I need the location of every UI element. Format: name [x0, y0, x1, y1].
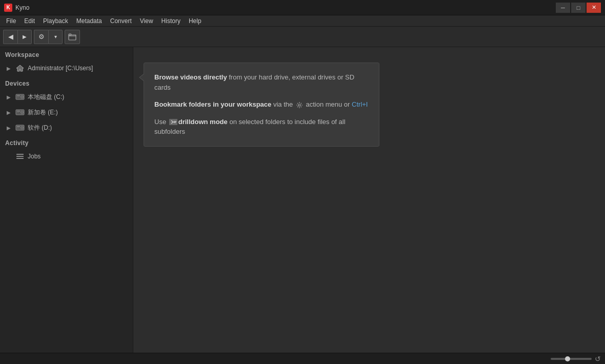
settings-button[interactable]: ⚙	[34, 30, 48, 44]
svg-rect-22	[174, 121, 176, 122]
svg-rect-16	[17, 128, 19, 128]
sidebar-item-drive-e[interactable]: ▶ 新加卷 (E:)	[0, 105, 133, 120]
tree-arrow-c: ▶	[5, 93, 12, 100]
zoom-slider[interactable]	[551, 358, 592, 360]
menu-item-edit[interactable]: Edit	[20, 15, 39, 27]
disk-d-icon	[15, 123, 25, 132]
drive-d-label: 软件 (D:)	[28, 124, 52, 132]
maximize-button[interactable]: □	[571, 3, 586, 13]
titlebar: K Kyno ─ □ ✕	[0, 0, 605, 15]
hint-3-start: Use	[154, 118, 168, 126]
app-title: Kyno	[15, 4, 29, 11]
hint-line-3: Use drilldown mode on selected folders t…	[154, 117, 369, 137]
hint-panel: Browse videos directly from your hard dr…	[144, 63, 379, 147]
ctrl-i-link[interactable]: Ctrl+I	[352, 100, 368, 108]
tree-arrow-d: ▶	[5, 124, 12, 131]
svg-rect-15	[17, 126, 20, 127]
back-button[interactable]: ◀	[3, 30, 17, 44]
svg-point-9	[22, 112, 23, 113]
jobs-label: Jobs	[28, 153, 41, 160]
refresh-button[interactable]: ↺	[595, 355, 601, 363]
workspace-header: Workspace	[0, 47, 133, 60]
menu-item-help[interactable]: Help	[185, 15, 206, 27]
svg-rect-19	[16, 158, 24, 159]
sidebar: Workspace ▶ Administrator [C:\Users] Dev…	[0, 47, 133, 353]
svg-point-4	[22, 96, 23, 97]
jobs-icon	[15, 152, 25, 161]
forward-button[interactable]: ▶	[17, 30, 32, 44]
menubar: FileEditPlaybackMetadataConvertViewHisto…	[0, 15, 605, 27]
drive-c-label: 本地磁盘 (C:)	[28, 93, 64, 102]
app-icon: K	[4, 4, 12, 12]
toolbar: ◀ ▶ ⚙ ▾	[0, 27, 605, 47]
statusbar: ↺	[0, 353, 605, 364]
hint-2-mid: via the	[271, 100, 295, 108]
home-icon	[15, 64, 25, 73]
activity-header: Activity	[0, 135, 133, 149]
settings-button-group: ⚙ ▾	[34, 30, 63, 44]
sidebar-item-drive-c[interactable]: ▶ 本地磁盘 (C:)	[0, 89, 133, 105]
close-button[interactable]: ✕	[587, 3, 601, 13]
svg-point-14	[22, 127, 23, 128]
menu-item-history[interactable]: History	[157, 15, 185, 27]
window-controls: ─ □ ✕	[556, 3, 601, 13]
gear-inline-icon	[296, 102, 303, 109]
svg-rect-6	[17, 97, 19, 97]
sidebar-item-jobs[interactable]: ▶ Jobs	[0, 149, 133, 164]
disk-e-icon	[15, 108, 25, 117]
svg-rect-10	[17, 111, 20, 112]
hint-2-bold: Bookmark folders in your workspace	[154, 100, 271, 108]
main-layout: Workspace ▶ Administrator [C:\Users] Dev…	[0, 47, 605, 353]
sidebar-item-administrator[interactable]: ▶ Administrator [C:\Users]	[0, 60, 133, 76]
svg-rect-5	[17, 95, 20, 96]
titlebar-left: K Kyno	[4, 4, 29, 12]
devices-header: Devices	[0, 76, 133, 89]
settings-dropdown-button[interactable]: ▾	[48, 30, 63, 44]
hint-1-bold: Browse videos directly	[154, 73, 227, 81]
minimize-button[interactable]: ─	[556, 3, 570, 13]
hint-line-2: Bookmark folders in your workspace via t…	[154, 99, 369, 110]
hint-3-bold: drilldown mode	[178, 118, 228, 126]
menu-item-convert[interactable]: Convert	[106, 15, 136, 27]
browse-icon	[68, 33, 76, 41]
administrator-label: Administrator [C:\Users]	[28, 65, 93, 72]
tree-arrow-e: ▶	[5, 109, 12, 116]
browse-button[interactable]	[65, 30, 80, 44]
menu-item-file[interactable]: File	[2, 15, 20, 27]
sidebar-item-drive-d[interactable]: ▶ 软件 (D:)	[0, 120, 133, 135]
menu-item-metadata[interactable]: Metadata	[72, 15, 106, 27]
svg-rect-11	[17, 112, 19, 113]
hint-line-1: Browse videos directly from your hard dr…	[154, 72, 369, 92]
svg-point-20	[298, 104, 300, 106]
drive-e-label: 新加卷 (E:)	[28, 108, 58, 117]
svg-rect-23	[174, 123, 176, 124]
drilldown-inline-icon	[169, 119, 177, 125]
menu-item-view[interactable]: View	[136, 15, 157, 27]
zoom-thumb	[565, 356, 570, 361]
svg-rect-17	[16, 154, 24, 155]
disk-c-icon	[15, 92, 25, 102]
hint-2-end: action menu or	[304, 100, 352, 108]
tree-arrow-administrator: ▶	[5, 65, 12, 72]
content-area: Browse videos directly from your hard dr…	[133, 47, 605, 353]
menu-item-playback[interactable]: Playback	[39, 15, 72, 27]
nav-button-group: ◀ ▶	[3, 30, 32, 44]
svg-rect-18	[16, 156, 24, 157]
